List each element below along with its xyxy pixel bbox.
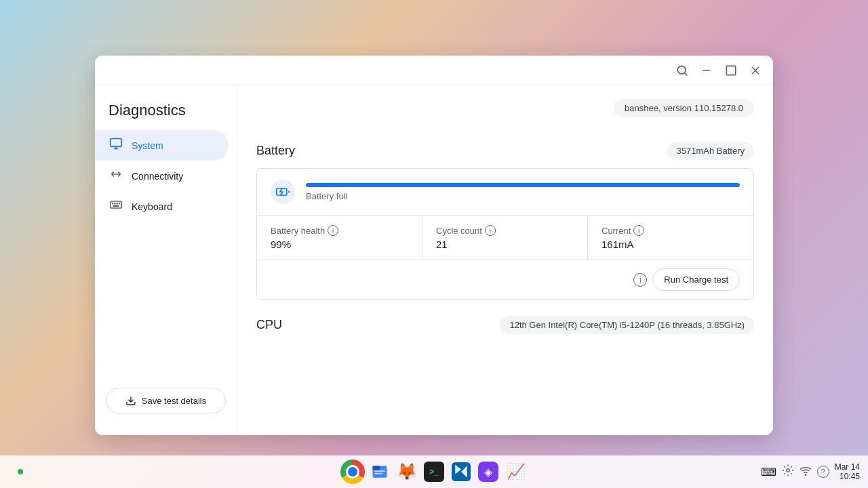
date-display: Mar 14 10:45 bbox=[835, 462, 860, 481]
taskbar-center: 🦊 >_ ◈ 📈 bbox=[340, 460, 528, 484]
settings-tray-icon[interactable] bbox=[782, 464, 794, 479]
battery-section-header: Battery 3571mAh Battery bbox=[256, 142, 754, 160]
chrome-icon[interactable] bbox=[340, 460, 365, 484]
maximize-button[interactable] bbox=[722, 61, 741, 80]
sidebar: Diagnostics System Connectivity bbox=[95, 85, 237, 435]
taskbar-left bbox=[8, 460, 33, 484]
version-badge: banshee, version 110.15278.0 bbox=[614, 99, 754, 117]
window-controls bbox=[673, 61, 765, 80]
download-icon bbox=[125, 395, 136, 406]
battery-health-label: Battery health i bbox=[271, 225, 408, 236]
nav-item-keyboard[interactable]: Keyboard bbox=[95, 191, 229, 222]
battery-charging-icon bbox=[276, 185, 290, 199]
cycle-count-cell: Cycle count i 21 bbox=[422, 216, 588, 260]
battery-card: Battery full Battery health i 99% C bbox=[256, 168, 754, 300]
sidebar-bottom: Save test details bbox=[95, 377, 237, 424]
current-cell: Current i 161mA bbox=[588, 216, 753, 260]
wifi-tray-icon[interactable] bbox=[800, 465, 812, 479]
app-window: Diagnostics System Connectivity bbox=[95, 56, 773, 435]
battery-status: Battery full bbox=[306, 191, 740, 201]
battery-health-value: 99% bbox=[271, 239, 408, 250]
minimize-button[interactable] bbox=[697, 61, 716, 80]
search-button[interactable] bbox=[673, 61, 692, 80]
stocks-icon[interactable]: 📈 bbox=[503, 460, 528, 484]
window-body: Diagnostics System Connectivity bbox=[95, 85, 773, 435]
svg-rect-9 bbox=[111, 201, 122, 208]
battery-action-row: i Run Charge test bbox=[257, 260, 753, 299]
run-charge-test-button[interactable]: Run Charge test bbox=[652, 268, 740, 291]
files-icon[interactable] bbox=[368, 460, 392, 484]
nav-item-system[interactable]: System bbox=[95, 130, 229, 161]
svg-point-0 bbox=[677, 66, 686, 74]
gamehub-icon[interactable]: ◈ bbox=[476, 460, 500, 484]
battery-progress-bar bbox=[306, 183, 740, 187]
keyboard-tray-icon[interactable]: ⌨ bbox=[761, 466, 776, 479]
nav-label-system: System bbox=[132, 140, 163, 151]
help-tray-icon[interactable]: ? bbox=[817, 466, 829, 478]
connectivity-icon bbox=[108, 167, 123, 184]
cpu-title: CPU bbox=[256, 318, 282, 332]
save-test-details-button[interactable]: Save test details bbox=[106, 388, 226, 413]
keyboard-icon bbox=[108, 198, 123, 215]
main-content: banshee, version 110.15278.0 Battery 357… bbox=[237, 85, 773, 435]
close-button[interactable] bbox=[746, 61, 765, 80]
svg-rect-20 bbox=[374, 473, 382, 474]
vscode-svg bbox=[452, 462, 471, 481]
svg-rect-3 bbox=[726, 66, 735, 75]
battery-stats: Battery health i 99% Cycle count i 21 bbox=[257, 216, 753, 260]
svg-point-22 bbox=[786, 469, 789, 472]
battery-health-cell: Battery health i 99% bbox=[257, 216, 422, 260]
svg-point-23 bbox=[805, 474, 806, 475]
nav-label-keyboard: Keyboard bbox=[132, 201, 172, 212]
title-bar bbox=[95, 56, 773, 85]
cpu-section-header: CPU 12th Gen Intel(R) Core(TM) i5-1240P … bbox=[256, 316, 754, 334]
svg-rect-6 bbox=[111, 139, 122, 147]
vscode-icon[interactable] bbox=[449, 460, 473, 484]
nav-label-connectivity: Connectivity bbox=[132, 171, 183, 182]
battery-title: Battery bbox=[256, 144, 295, 158]
battery-progress-fill bbox=[306, 183, 740, 187]
current-value: 161mA bbox=[601, 239, 740, 250]
current-label: Current i bbox=[601, 225, 740, 236]
svg-rect-18 bbox=[373, 466, 380, 470]
browser-icon[interactable]: 🦊 bbox=[395, 460, 419, 484]
terminal-icon[interactable]: >_ bbox=[422, 460, 446, 484]
svg-line-1 bbox=[685, 73, 688, 75]
taskbar-right: ⌨ ? Mar 14 10:45 bbox=[761, 462, 860, 481]
chrome-logo bbox=[340, 460, 365, 484]
save-button-label: Save test details bbox=[142, 396, 206, 406]
battery-badge: 3571mAh Battery bbox=[667, 142, 754, 160]
app-title: Diagnostics bbox=[95, 96, 237, 130]
system-icon bbox=[108, 137, 123, 154]
status-indicator bbox=[8, 460, 33, 484]
svg-rect-19 bbox=[374, 470, 385, 472]
time-text: 10:45 bbox=[835, 472, 860, 481]
cpu-badge: 12th Gen Intel(R) Core(TM) i5-1240P (16 … bbox=[500, 316, 754, 334]
battery-progress-wrap: Battery full bbox=[306, 183, 740, 201]
nav-item-connectivity[interactable]: Connectivity bbox=[95, 161, 229, 191]
cycle-count-info-icon[interactable]: i bbox=[485, 225, 496, 236]
battery-icon-wrap bbox=[271, 180, 295, 204]
date-text: Mar 14 bbox=[835, 462, 860, 472]
taskbar: 🦊 >_ ◈ 📈 ⌨ bbox=[0, 455, 868, 488]
battery-top: Battery full bbox=[257, 169, 753, 216]
cycle-count-label: Cycle count i bbox=[436, 225, 574, 236]
cycle-count-value: 21 bbox=[436, 239, 574, 250]
files-svg bbox=[370, 462, 389, 481]
run-charge-test-label: Run Charge test bbox=[664, 274, 728, 285]
current-info-icon[interactable]: i bbox=[633, 225, 644, 236]
battery-health-info-icon[interactable]: i bbox=[328, 225, 338, 236]
run-test-info-icon[interactable]: i bbox=[633, 273, 647, 287]
